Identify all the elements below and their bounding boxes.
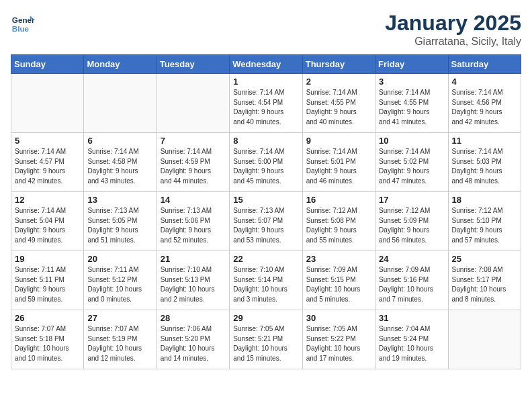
weekday-header-thursday: Thursday xyxy=(302,55,375,74)
day-number: 16 xyxy=(306,195,371,205)
day-info: Sunrise: 7:07 AM Sunset: 5:19 PM Dayligh… xyxy=(87,324,152,363)
day-info: Sunrise: 7:14 AM Sunset: 4:55 PM Dayligh… xyxy=(306,88,371,127)
day-number: 15 xyxy=(233,195,298,205)
day-info: Sunrise: 7:14 AM Sunset: 4:59 PM Dayligh… xyxy=(161,147,226,186)
calendar-cell: 1Sunrise: 7:14 AM Sunset: 4:54 PM Daylig… xyxy=(230,74,302,133)
calendar-cell: 17Sunrise: 7:12 AM Sunset: 5:09 PM Dayli… xyxy=(375,192,448,251)
day-number: 20 xyxy=(87,254,152,264)
calendar-cell: 3Sunrise: 7:14 AM Sunset: 4:55 PM Daylig… xyxy=(375,74,448,133)
day-number: 18 xyxy=(452,195,517,205)
calendar-cell: 23Sunrise: 7:09 AM Sunset: 5:15 PM Dayli… xyxy=(302,251,375,310)
day-info: Sunrise: 7:10 AM Sunset: 5:14 PM Dayligh… xyxy=(233,265,298,304)
calendar-cell: 20Sunrise: 7:11 AM Sunset: 5:12 PM Dayli… xyxy=(84,251,157,310)
day-number: 22 xyxy=(233,254,298,264)
calendar-cell xyxy=(157,74,229,133)
calendar-cell xyxy=(448,310,521,369)
weekday-header-wednesday: Wednesday xyxy=(230,55,302,74)
calendar-cell: 25Sunrise: 7:08 AM Sunset: 5:17 PM Dayli… xyxy=(448,251,521,310)
calendar-cell: 24Sunrise: 7:09 AM Sunset: 5:16 PM Dayli… xyxy=(375,251,448,310)
day-number: 5 xyxy=(15,136,80,146)
day-number: 1 xyxy=(233,77,298,87)
calendar-cell: 11Sunrise: 7:14 AM Sunset: 5:03 PM Dayli… xyxy=(448,133,521,192)
day-number: 14 xyxy=(161,195,226,205)
calendar-cell: 2Sunrise: 7:14 AM Sunset: 4:55 PM Daylig… xyxy=(302,74,375,133)
calendar-cell: 13Sunrise: 7:13 AM Sunset: 5:05 PM Dayli… xyxy=(84,192,157,251)
day-info: Sunrise: 7:07 AM Sunset: 5:18 PM Dayligh… xyxy=(15,324,80,363)
week-row-5: 26Sunrise: 7:07 AM Sunset: 5:18 PM Dayli… xyxy=(11,310,521,369)
day-number: 19 xyxy=(15,254,80,264)
day-number: 17 xyxy=(379,195,444,205)
day-info: Sunrise: 7:14 AM Sunset: 4:55 PM Dayligh… xyxy=(379,88,444,127)
weekday-header-sunday: Sunday xyxy=(11,55,84,74)
day-info: Sunrise: 7:11 AM Sunset: 5:12 PM Dayligh… xyxy=(87,265,152,304)
week-row-2: 5Sunrise: 7:14 AM Sunset: 4:57 PM Daylig… xyxy=(11,133,521,192)
weekday-header-row: SundayMondayTuesdayWednesdayThursdayFrid… xyxy=(11,55,521,74)
day-number: 4 xyxy=(452,77,517,87)
day-number: 12 xyxy=(15,195,80,205)
calendar-cell: 29Sunrise: 7:05 AM Sunset: 5:21 PM Dayli… xyxy=(230,310,302,369)
day-number: 25 xyxy=(452,254,517,264)
weekday-header-saturday: Saturday xyxy=(448,55,521,74)
calendar-cell: 10Sunrise: 7:14 AM Sunset: 5:02 PM Dayli… xyxy=(375,133,448,192)
day-info: Sunrise: 7:12 AM Sunset: 5:09 PM Dayligh… xyxy=(379,206,444,245)
calendar-cell: 4Sunrise: 7:14 AM Sunset: 4:56 PM Daylig… xyxy=(448,74,521,133)
week-row-4: 19Sunrise: 7:11 AM Sunset: 5:11 PM Dayli… xyxy=(11,251,521,310)
calendar-cell xyxy=(11,74,84,133)
day-number: 9 xyxy=(306,136,371,146)
calendar-cell: 19Sunrise: 7:11 AM Sunset: 5:11 PM Dayli… xyxy=(11,251,84,310)
svg-text:Blue: Blue xyxy=(12,24,30,33)
calendar-cell: 26Sunrise: 7:07 AM Sunset: 5:18 PM Dayli… xyxy=(11,310,84,369)
day-info: Sunrise: 7:08 AM Sunset: 5:17 PM Dayligh… xyxy=(452,265,517,304)
calendar-cell: 18Sunrise: 7:12 AM Sunset: 5:10 PM Dayli… xyxy=(448,192,521,251)
calendar-cell: 9Sunrise: 7:14 AM Sunset: 5:01 PM Daylig… xyxy=(302,133,375,192)
calendar-cell xyxy=(84,74,157,133)
calendar-cell: 12Sunrise: 7:14 AM Sunset: 5:04 PM Dayli… xyxy=(11,192,84,251)
day-info: Sunrise: 7:09 AM Sunset: 5:15 PM Dayligh… xyxy=(306,265,371,304)
calendar-cell: 28Sunrise: 7:06 AM Sunset: 5:20 PM Dayli… xyxy=(157,310,229,369)
day-info: Sunrise: 7:12 AM Sunset: 5:08 PM Dayligh… xyxy=(306,206,371,245)
title-area: January 2025 Giarratana, Sicily, Italy xyxy=(385,11,521,48)
day-info: Sunrise: 7:14 AM Sunset: 4:54 PM Dayligh… xyxy=(233,88,298,127)
page-header: General Blue January 2025 Giarratana, Si… xyxy=(11,11,521,48)
day-number: 28 xyxy=(161,313,226,323)
day-number: 26 xyxy=(15,313,80,323)
day-number: 11 xyxy=(452,136,517,146)
day-info: Sunrise: 7:14 AM Sunset: 5:01 PM Dayligh… xyxy=(306,147,371,186)
day-number: 3 xyxy=(379,77,444,87)
day-info: Sunrise: 7:14 AM Sunset: 4:56 PM Dayligh… xyxy=(452,88,517,127)
day-info: Sunrise: 7:14 AM Sunset: 5:02 PM Dayligh… xyxy=(379,147,444,186)
day-number: 23 xyxy=(306,254,371,264)
calendar-cell: 14Sunrise: 7:13 AM Sunset: 5:06 PM Dayli… xyxy=(157,192,229,251)
day-info: Sunrise: 7:05 AM Sunset: 5:21 PM Dayligh… xyxy=(233,324,298,363)
calendar-cell: 30Sunrise: 7:05 AM Sunset: 5:22 PM Dayli… xyxy=(302,310,375,369)
week-row-3: 12Sunrise: 7:14 AM Sunset: 5:04 PM Dayli… xyxy=(11,192,521,251)
calendar-cell: 27Sunrise: 7:07 AM Sunset: 5:19 PM Dayli… xyxy=(84,310,157,369)
day-number: 21 xyxy=(161,254,226,264)
logo: General Blue xyxy=(11,11,35,35)
calendar-table: SundayMondayTuesdayWednesdayThursdayFrid… xyxy=(11,54,521,369)
day-number: 2 xyxy=(306,77,371,87)
day-number: 8 xyxy=(233,136,298,146)
day-info: Sunrise: 7:11 AM Sunset: 5:11 PM Dayligh… xyxy=(15,265,80,304)
day-info: Sunrise: 7:10 AM Sunset: 5:13 PM Dayligh… xyxy=(161,265,226,304)
day-info: Sunrise: 7:04 AM Sunset: 5:24 PM Dayligh… xyxy=(379,324,444,363)
svg-text:General: General xyxy=(12,15,35,24)
calendar-cell: 6Sunrise: 7:14 AM Sunset: 4:58 PM Daylig… xyxy=(84,133,157,192)
day-number: 10 xyxy=(379,136,444,146)
day-number: 31 xyxy=(379,313,444,323)
logo-icon: General Blue xyxy=(11,11,35,35)
day-info: Sunrise: 7:06 AM Sunset: 5:20 PM Dayligh… xyxy=(161,324,226,363)
weekday-header-friday: Friday xyxy=(375,55,448,74)
calendar-cell: 8Sunrise: 7:14 AM Sunset: 5:00 PM Daylig… xyxy=(230,133,302,192)
day-info: Sunrise: 7:14 AM Sunset: 5:00 PM Dayligh… xyxy=(233,147,298,186)
day-info: Sunrise: 7:13 AM Sunset: 5:06 PM Dayligh… xyxy=(161,206,226,245)
day-info: Sunrise: 7:09 AM Sunset: 5:16 PM Dayligh… xyxy=(379,265,444,304)
calendar-cell: 16Sunrise: 7:12 AM Sunset: 5:08 PM Dayli… xyxy=(302,192,375,251)
calendar-cell: 22Sunrise: 7:10 AM Sunset: 5:14 PM Dayli… xyxy=(230,251,302,310)
day-info: Sunrise: 7:14 AM Sunset: 5:04 PM Dayligh… xyxy=(15,206,80,245)
weekday-header-monday: Monday xyxy=(84,55,157,74)
week-row-1: 1Sunrise: 7:14 AM Sunset: 4:54 PM Daylig… xyxy=(11,74,521,133)
location-subtitle: Giarratana, Sicily, Italy xyxy=(385,36,521,48)
day-number: 6 xyxy=(87,136,152,146)
calendar-cell: 31Sunrise: 7:04 AM Sunset: 5:24 PM Dayli… xyxy=(375,310,448,369)
